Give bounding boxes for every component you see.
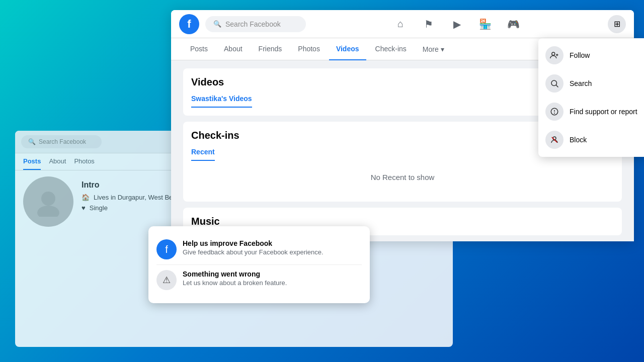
follow-icon <box>545 46 564 64</box>
dropdown-search[interactable]: Search <box>538 69 644 98</box>
feedback-improve-text: Help us improve Facebook Give feedback a… <box>183 239 324 256</box>
svg-point-2 <box>552 52 555 55</box>
home-nav-button[interactable]: ⌂ <box>388 12 413 36</box>
follow-label: Follow <box>570 51 590 59</box>
grid-menu-button[interactable]: ⊞ <box>608 15 626 33</box>
dropdown-follow[interactable]: Follow <box>538 41 644 69</box>
nav-item-about[interactable]: About <box>217 38 250 60</box>
bg-search-icon: 🔍 <box>28 138 36 145</box>
svg-point-5 <box>551 80 557 86</box>
warning-icon: ⚠ <box>156 270 177 290</box>
videos-tab[interactable]: Swastika's Videos <box>191 95 252 108</box>
bg-search-bar: 🔍 Search Facebook <box>21 135 102 148</box>
search-dropdown-icon <box>545 74 564 93</box>
svg-point-1 <box>37 206 59 217</box>
dropdown-block[interactable]: Block <box>538 126 644 154</box>
gaming-nav-button[interactable]: 🎮 <box>501 12 525 36</box>
nav-icons: ⌂ ⚑ ▶ 🏪 🎮 <box>312 12 602 36</box>
nav-item-friends[interactable]: Friends <box>252 38 289 60</box>
feedback-wrong-title: Something went wrong <box>183 270 287 278</box>
music-title: Music <box>191 216 614 227</box>
bg-heart-icon: ♥ <box>82 204 86 212</box>
more-chevron-icon: ▾ <box>441 45 444 53</box>
checkins-tab[interactable]: Recent <box>191 148 215 161</box>
search-bar[interactable]: 🔍 Search Facebook <box>205 16 306 32</box>
video-nav-button[interactable]: ▶ <box>445 12 469 36</box>
no-recent-message: No Recent to show <box>191 161 614 194</box>
flag-nav-button[interactable]: ⚑ <box>417 12 441 36</box>
nav-item-more[interactable]: More ▾ <box>416 38 451 60</box>
bg-search-placeholder: Search Facebook <box>39 138 86 145</box>
feedback-popup: f Help us improve Facebook Give feedback… <box>148 226 370 303</box>
nav-item-photos[interactable]: Photos <box>291 38 327 60</box>
report-label: Find support or report <box>570 108 637 116</box>
block-label: Block <box>570 136 587 144</box>
search-icon: 🔍 <box>213 20 221 28</box>
feedback-item-wrong[interactable]: ⚠ Something went wrong Let us know about… <box>156 264 362 295</box>
feedback-wrong-desc: Let us know about a broken feature. <box>183 279 287 287</box>
main-window: f 🔍 Search Facebook ⌂ ⚑ ▶ 🏪 🎮 ⊞ Posts Ab… <box>171 10 634 241</box>
bg-home-small-icon: 🏠 <box>82 194 90 201</box>
block-icon <box>545 131 564 149</box>
facebook-logo: f <box>179 14 199 34</box>
bg-tab-posts: Posts <box>23 157 41 170</box>
feedback-improve-title: Help us improve Facebook <box>183 239 324 247</box>
svg-line-6 <box>556 85 558 87</box>
facebook-logo-icon: f <box>156 239 177 259</box>
search-placeholder-text: Search Facebook <box>225 20 281 28</box>
report-icon <box>545 103 564 121</box>
feedback-item-improve[interactable]: f Help us improve Facebook Give feedback… <box>156 234 362 264</box>
feedback-wrong-text: Something went wrong Let us know about a… <box>183 270 287 287</box>
navbar: f 🔍 Search Facebook ⌂ ⚑ ▶ 🏪 🎮 ⊞ <box>171 10 634 38</box>
feedback-improve-desc: Give feedback about your Facebook experi… <box>183 248 324 256</box>
marketplace-nav-button[interactable]: 🏪 <box>473 12 497 36</box>
dropdown-menu: Follow Search Find support or report <box>538 38 644 157</box>
bg-tab-photos: Photos <box>74 157 94 170</box>
search-label: Search <box>570 79 592 87</box>
nav-item-checkins[interactable]: Check-ins <box>368 38 414 60</box>
dropdown-report[interactable]: Find support or report <box>538 98 644 126</box>
bg-avatar <box>23 176 73 227</box>
nav-item-videos[interactable]: Videos <box>329 38 366 60</box>
svg-point-9 <box>554 113 555 114</box>
svg-point-0 <box>41 192 55 206</box>
nav-right: ⊞ <box>608 15 626 33</box>
nav-item-posts[interactable]: Posts <box>183 38 215 60</box>
bg-tab-about: About <box>49 157 66 170</box>
